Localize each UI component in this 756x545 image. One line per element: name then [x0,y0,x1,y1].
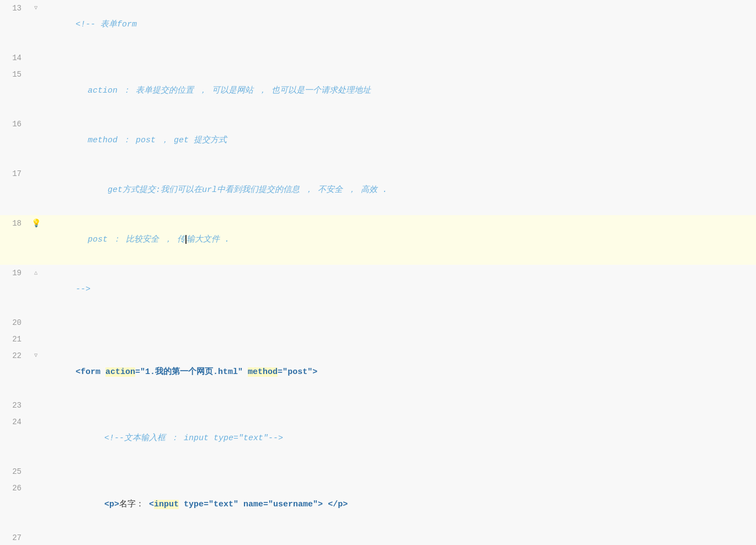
fold-gutter-22[interactable]: ▽ [30,348,41,364]
code-line-17: 17 get方式提交:我们可以在url中看到我们提交的信息 ， 不安全 ， 高效… [0,165,756,215]
lightbulb-icon-18: 💡 [31,215,41,232]
code-line-13: 13 ▽ <!-- 表单form [0,0,756,50]
space-26 [323,500,328,509]
code-line-27: 27 [0,530,756,545]
line-number-25: 25 [0,463,30,480]
line-number-23: 23 [0,397,30,414]
line-content-26: <p>名字： <input type="text" name="username… [41,480,756,530]
code-line-15: 15 action ： 表单提交的位置 ， 可以是网站 ， 也可以是一个请求处理… [0,66,756,116]
line-content-13: <!-- 表单form [41,0,756,50]
comment-get: get方式提交:我们可以在url中看到我们提交的信息 ， 不安全 ， 高效 . [88,185,387,195]
code-line-25: 25 [0,463,756,480]
comment-action: action ： 表单提交的位置 ， 可以是网站 ， 也可以是一个请求处理地址 [88,86,371,95]
line-content-19: --> [41,265,756,314]
code-line-19: 19 △ --> [0,265,756,314]
line-content-22: <form action="1.我的第一个网页.html" method="po… [41,348,756,397]
code-line-22: 22 ▽ <form action="1.我的第一个网页.html" metho… [0,348,756,397]
line-number-18: 18 [0,215,30,232]
line-number-22: 22 [0,348,30,364]
fold-arrow-19[interactable]: △ [34,265,38,281]
fold-arrow-13[interactable]: ▽ [34,0,38,17]
comment-post: post ： 比较安全 ， 传输大文件 . [88,235,230,244]
code-line-16: 16 method ： post ， get 提交方式 [0,116,756,165]
form-action-val: 1.我的第一个网页.html [145,367,238,377]
input-keyword-text: input [154,500,179,509]
text-cursor [185,235,187,244]
line-number-21: 21 [0,331,30,348]
form-method-end: "> [307,367,317,377]
line-content-24: <!--文本输入框 ： input type="text"--> [41,414,756,463]
form-method-eq: =" [278,367,288,377]
form-action-attr: action [105,367,135,377]
form-tag-open: <form [76,367,105,377]
code-line-21: 21 [0,331,756,348]
form-action-eq: =" [135,367,145,377]
line-number-14: 14 [0,50,30,66]
line-number-19: 19 [0,265,30,281]
line-number-16: 16 [0,116,30,132]
p-tag-close-26: </p> [328,500,348,509]
code-line-23: 23 [0,397,756,414]
line-content-17: get方式提交:我们可以在url中看到我们提交的信息 ， 不安全 ， 高效 . [41,165,756,215]
line-number-20: 20 [0,314,30,331]
p-tag-open-26: <p> [104,500,119,509]
code-line-14: 14 [0,50,756,66]
code-line-18: 18 💡 post ： 比较安全 ， 传输大文件 . [0,215,756,265]
line-number-26: 26 [0,480,30,496]
line-number-13: 13 [0,0,30,17]
line-content-16: method ： post ， get 提交方式 [41,116,756,165]
comment-text-13: <!-- 表单form [76,20,137,29]
line-content-18: post ： 比较安全 ， 传输大文件 . [41,215,756,265]
comment-text-input: <!--文本输入框 ： input type="text"--> [104,434,283,443]
line-number-24: 24 [0,414,30,430]
form-action-quote: " [238,367,248,377]
fold-gutter-13[interactable]: ▽ [30,0,41,17]
fold-arrow-22[interactable]: ▽ [34,348,38,364]
fold-gutter-19[interactable]: △ [30,265,41,281]
comment-method: method ： post ， get 提交方式 [88,136,227,145]
line-number-27: 27 [0,530,30,545]
fold-gutter-18: 💡 [30,215,41,232]
code-line-24: 24 <!--文本输入框 ： input type="text"--> [0,414,756,463]
code-line-26: 26 <p>名字： <input type="text" name="usern… [0,480,756,530]
form-method-val: post [288,367,307,377]
form-method-attr: method [248,367,278,377]
code-line-20: 20 [0,314,756,331]
label-name: 名字： [119,500,149,509]
comment-end-19: --> [76,285,90,294]
line-number-15: 15 [0,66,30,83]
line-content-15: action ： 表单提交的位置 ， 可以是网站 ， 也可以是一个请求处理地址 [41,66,756,116]
code-editor: 13 ▽ <!-- 表单form 14 15 action ： 表单提交的位置 … [0,0,756,545]
line-number-17: 17 [0,165,30,182]
input-type-text-attr: type="text" name="username"> [179,500,323,509]
input-tag-text-open: < [149,500,154,509]
